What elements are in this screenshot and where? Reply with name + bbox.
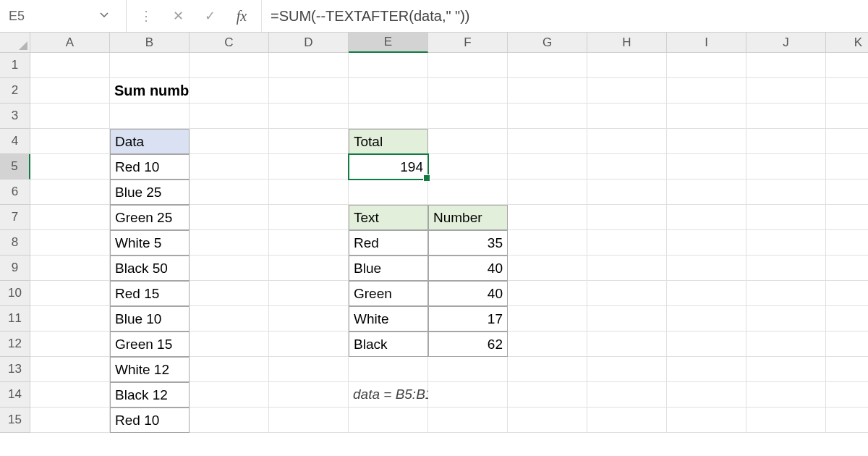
cell-E6[interactable] <box>349 180 428 205</box>
summary-text-header[interactable]: Text <box>349 205 428 230</box>
cell-D3[interactable] <box>269 104 349 129</box>
cell-K9[interactable] <box>826 256 868 281</box>
accept-formula-icon[interactable]: ✓ <box>197 8 222 24</box>
cell-D8[interactable] <box>269 230 349 256</box>
row-header-13[interactable]: 13 <box>0 357 30 382</box>
name-box[interactable] <box>9 9 95 24</box>
cell-K8[interactable] <box>826 230 868 256</box>
col-header-G[interactable]: G <box>508 33 587 53</box>
cell-C8[interactable] <box>190 230 269 256</box>
vdots-icon[interactable]: ⋮ <box>134 8 158 24</box>
cell-K14[interactable] <box>826 382 868 408</box>
col-header-J[interactable]: J <box>746 33 826 53</box>
cell-F6[interactable] <box>428 180 508 205</box>
cell-F15[interactable] <box>428 408 508 433</box>
spreadsheet-grid[interactable]: A B C D E F G H I J K 1 2 Sum numbers wi… <box>0 33 868 433</box>
cell-I2[interactable] <box>667 78 746 104</box>
cell-J5[interactable] <box>746 154 826 180</box>
cell-G1[interactable] <box>508 53 587 78</box>
cell-F1[interactable] <box>428 53 508 78</box>
cell-G15[interactable] <box>508 408 587 433</box>
cell-H14[interactable] <box>587 382 667 408</box>
summary-number-header[interactable]: Number <box>428 205 508 230</box>
cell-G2[interactable] <box>508 78 587 104</box>
cell-J2[interactable] <box>746 78 826 104</box>
summary-text-1[interactable]: Blue <box>349 256 428 281</box>
row-header-1[interactable]: 1 <box>0 53 30 78</box>
cell-K7[interactable] <box>826 205 868 230</box>
data-cell-2[interactable]: Green 25 <box>110 205 190 230</box>
cell-A3[interactable] <box>30 104 110 129</box>
cell-C5[interactable] <box>190 154 269 180</box>
cell-A14[interactable] <box>30 382 110 408</box>
cell-A4[interactable] <box>30 129 110 154</box>
cell-C11[interactable] <box>190 306 269 332</box>
cell-A5[interactable] <box>30 154 110 180</box>
cell-K10[interactable] <box>826 281 868 306</box>
cell-D13[interactable] <box>269 357 349 382</box>
data-table-header[interactable]: Data <box>110 129 190 154</box>
cell-D2[interactable] <box>269 78 349 104</box>
cell-G7[interactable] <box>508 205 587 230</box>
cell-D5[interactable] <box>269 154 349 180</box>
cell-F14[interactable] <box>428 382 508 408</box>
cell-D14[interactable] <box>269 382 349 408</box>
col-header-C[interactable]: C <box>190 33 269 53</box>
cell-G10[interactable] <box>508 281 587 306</box>
cell-G4[interactable] <box>508 129 587 154</box>
cell-F2[interactable] <box>428 78 508 104</box>
summary-text-4[interactable]: Black <box>349 332 428 357</box>
col-header-E[interactable]: E <box>349 33 428 53</box>
cell-A6[interactable] <box>30 180 110 205</box>
cell-F13[interactable] <box>428 357 508 382</box>
summary-num-3[interactable]: 17 <box>428 306 508 332</box>
cell-G6[interactable] <box>508 180 587 205</box>
row-header-6[interactable]: 6 <box>0 180 30 205</box>
cell-G9[interactable] <box>508 256 587 281</box>
cell-B1[interactable] <box>110 53 190 78</box>
col-header-I[interactable]: I <box>667 33 746 53</box>
cell-J9[interactable] <box>746 256 826 281</box>
cell-I3[interactable] <box>667 104 746 129</box>
cell-G13[interactable] <box>508 357 587 382</box>
cell-I6[interactable] <box>667 180 746 205</box>
cell-C4[interactable] <box>190 129 269 154</box>
row-header-9[interactable]: 9 <box>0 256 30 281</box>
note-cell[interactable]: data = B5:B16 <box>349 382 428 408</box>
cell-I1[interactable] <box>667 53 746 78</box>
cell-A11[interactable] <box>30 306 110 332</box>
data-cell-10[interactable]: Red 10 <box>110 408 190 433</box>
cell-K6[interactable] <box>826 180 868 205</box>
cell-K13[interactable] <box>826 357 868 382</box>
summary-num-4[interactable]: 62 <box>428 332 508 357</box>
data-cell-7[interactable]: Green 15 <box>110 332 190 357</box>
cell-A8[interactable] <box>30 230 110 256</box>
summary-num-2[interactable]: 40 <box>428 281 508 306</box>
cell-H3[interactable] <box>587 104 667 129</box>
cell-D1[interactable] <box>269 53 349 78</box>
cell-E15[interactable] <box>349 408 428 433</box>
cell-F5[interactable] <box>428 154 508 180</box>
data-cell-1[interactable]: Blue 25 <box>110 180 190 205</box>
data-cell-5[interactable]: Red 15 <box>110 281 190 306</box>
cell-J10[interactable] <box>746 281 826 306</box>
cell-C9[interactable] <box>190 256 269 281</box>
cell-H13[interactable] <box>587 357 667 382</box>
cell-F3[interactable] <box>428 104 508 129</box>
cell-C13[interactable] <box>190 357 269 382</box>
cell-K15[interactable] <box>826 408 868 433</box>
data-cell-8[interactable]: White 12 <box>110 357 190 382</box>
row-header-7[interactable]: 7 <box>0 205 30 230</box>
cell-D10[interactable] <box>269 281 349 306</box>
cell-G14[interactable] <box>508 382 587 408</box>
cell-A15[interactable] <box>30 408 110 433</box>
cell-H4[interactable] <box>587 129 667 154</box>
cell-D11[interactable] <box>269 306 349 332</box>
row-header-14[interactable]: 14 <box>0 382 30 408</box>
cell-I12[interactable] <box>667 332 746 357</box>
cell-K12[interactable] <box>826 332 868 357</box>
cell-H6[interactable] <box>587 180 667 205</box>
cell-K2[interactable] <box>826 78 868 104</box>
cell-G11[interactable] <box>508 306 587 332</box>
cell-D4[interactable] <box>269 129 349 154</box>
